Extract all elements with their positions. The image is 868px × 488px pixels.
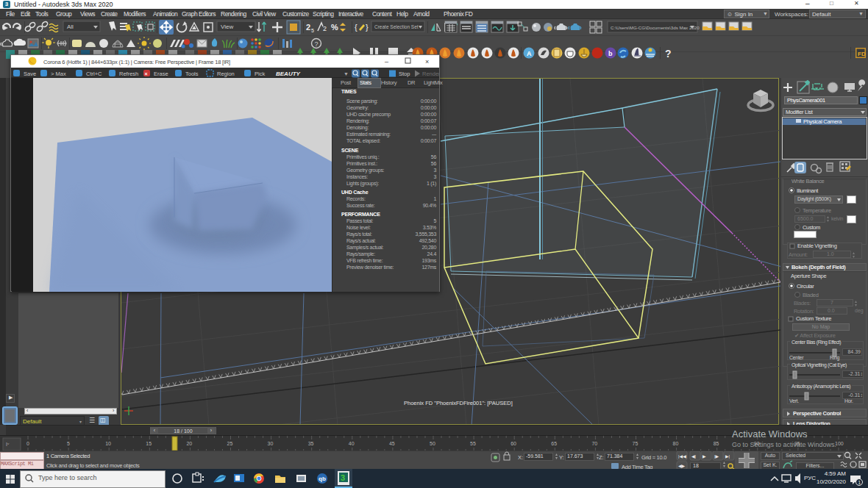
svg-text:FD: FD — [858, 51, 866, 57]
svg-text:80: 80 — [673, 441, 679, 446]
svg-text:A: A — [527, 50, 532, 57]
svg-text:{: { — [355, 23, 357, 32]
svg-text:Iᵛ: Iᵛ — [6, 442, 10, 447]
svg-text:Phoenix FD "PhoenixFDFire001":: Phoenix FD "PhoenixFDFire001": [PAUSED] — [404, 400, 513, 406]
svg-text:50: 50 — [430, 441, 435, 446]
svg-text:▼: ▼ — [344, 71, 349, 76]
svg-text:70: 70 — [591, 441, 597, 446]
svg-text:2: 2 — [323, 25, 327, 32]
svg-text:5: 5 — [67, 441, 70, 446]
svg-text:65: 65 — [551, 441, 557, 446]
svg-text:Refresh: Refresh — [119, 71, 138, 77]
svg-text:All: All — [67, 24, 74, 30]
svg-text:Create Selection Set: Create Selection Set — [374, 24, 419, 29]
svg-text:Save: Save — [24, 71, 36, 77]
svg-text:Region: Region — [217, 71, 235, 77]
svg-text:Tools: Tools — [185, 71, 199, 77]
svg-text:Pick: Pick — [255, 71, 265, 77]
svg-text:25: 25 — [227, 441, 233, 446]
svg-text:×: × — [145, 71, 148, 76]
svg-text:15: 15 — [146, 441, 152, 446]
svg-text:55: 55 — [470, 441, 476, 446]
svg-text:View: View — [221, 24, 233, 30]
svg-text:30: 30 — [268, 441, 274, 446]
svg-text:BEAUTY: BEAUTY — [276, 71, 301, 77]
svg-text:75: 75 — [633, 441, 638, 446]
svg-text:85: 85 — [714, 441, 719, 446]
svg-text:0: 0 — [26, 441, 29, 446]
svg-text:?: ? — [665, 48, 672, 60]
svg-text:60: 60 — [511, 441, 516, 446]
svg-text:45: 45 — [389, 441, 395, 446]
svg-text:20: 20 — [186, 441, 192, 446]
svg-text:2: 2 — [306, 23, 310, 32]
svg-text:b: b — [608, 50, 613, 57]
svg-text:%: % — [331, 23, 338, 32]
svg-text:> Max: > Max — [51, 71, 66, 77]
svg-text:5: 5 — [311, 28, 314, 33]
svg-text:10: 10 — [105, 441, 111, 446]
svg-text:Render: Render — [422, 71, 439, 77]
svg-text:Stop: Stop — [399, 71, 410, 77]
svg-text:Erase: Erase — [154, 71, 168, 77]
svg-text:40: 40 — [349, 441, 355, 446]
svg-text:35: 35 — [308, 441, 314, 446]
svg-text:}: } — [366, 23, 369, 32]
svg-text:C:\Users\MG-CG\Documents\3ds M: C:\Users\MG-CG\Documents\3ds Max 2020 — [611, 25, 700, 30]
svg-text:Ctrl+C: Ctrl+C — [86, 71, 102, 77]
